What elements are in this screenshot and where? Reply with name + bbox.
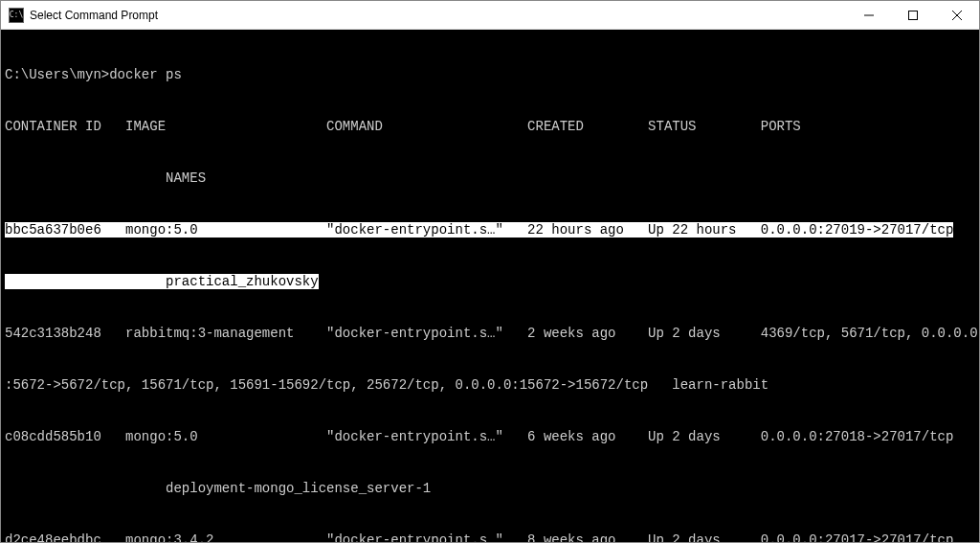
minimize-icon [864, 11, 874, 20]
table-header: CONTAINER ID IMAGE COMMAND CREATED STATU… [5, 118, 975, 135]
table-row: d2ce48eebdbc mongo:3.4.2 "docker-entrypo… [5, 532, 975, 542]
prompt-line: C:\Users\myn>docker ps [5, 66, 975, 83]
window-controls [847, 1, 979, 29]
table-row: 542c3138b248 rabbitmq:3-management "dock… [5, 325, 975, 342]
table-header-names: NAMES [5, 170, 975, 187]
selected-text: bbc5a637b0e6 mongo:5.0 "docker-entrypoin… [5, 222, 953, 238]
command-prompt-window: C:\ Select Command Prompt C:\Users\myn>d… [0, 0, 980, 543]
close-button[interactable] [935, 1, 979, 29]
window-title: Select Command Prompt [30, 9, 847, 22]
table-row: deployment-mongo_license_server-1 [5, 480, 975, 497]
selected-text: practical_zhukovsky [5, 274, 319, 289]
maximize-icon [908, 11, 918, 20]
titlebar[interactable]: C:\ Select Command Prompt [1, 1, 979, 30]
table-row: bbc5a637b0e6 mongo:5.0 "docker-entrypoin… [5, 221, 975, 238]
terminal-area[interactable]: C:\Users\myn>docker ps CONTAINER ID IMAG… [1, 30, 979, 542]
table-row: c08cdd585b10 mongo:5.0 "docker-entrypoin… [5, 428, 975, 445]
close-icon [952, 11, 962, 20]
maximize-button[interactable] [891, 1, 935, 29]
svg-rect-1 [909, 11, 918, 19]
minimize-button[interactable] [847, 1, 891, 29]
app-icon: C:\ [9, 8, 24, 23]
table-row: practical_zhukovsky [5, 273, 975, 290]
table-row: :5672->5672/tcp, 15671/tcp, 15691-15692/… [5, 376, 975, 394]
